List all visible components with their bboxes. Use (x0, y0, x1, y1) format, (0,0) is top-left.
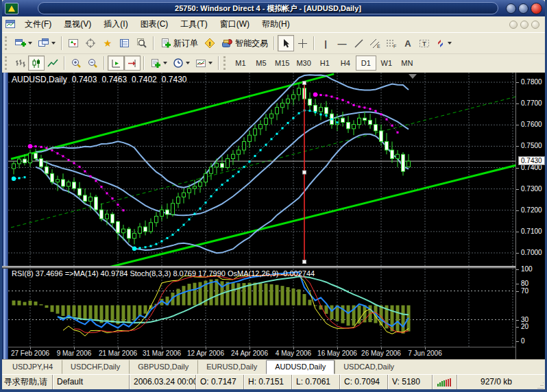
timeframe-button-D1[interactable]: D1 (356, 56, 376, 71)
chart-tab-EURUSD[interactable]: EURUSD,Daily (197, 360, 266, 374)
favorites-button[interactable]: ★ (99, 35, 116, 51)
templates-button[interactable] (193, 56, 215, 71)
menu-item-tools[interactable]: 工具(T) (174, 16, 213, 32)
market-watch-button[interactable] (65, 35, 82, 51)
indicator-pane[interactable]: RSI(8) 37.4696 =>MA(14) 40.9784 Stoch(8,… (8, 269, 515, 347)
timeframe-button-H4[interactable]: H4 (335, 56, 356, 71)
price-axis[interactable]: 0.78000.77000.76000.75000.74000.73000.72… (515, 73, 545, 359)
chart-shift-button[interactable] (124, 56, 141, 71)
timeframe-button-M30[interactable]: M30 (293, 56, 314, 71)
date-axis-label: 21 Mar 2006 (95, 350, 141, 357)
chart-tab-USDCAD[interactable]: USDCAD,Daily (335, 360, 403, 374)
mdi-restore-button[interactable] (520, 21, 528, 29)
date-axis-label: 24 Apr 2006 (227, 350, 272, 357)
resize-grip[interactable] (535, 375, 545, 390)
mdi-close-button[interactable] (531, 21, 539, 29)
bar-chart-button[interactable] (12, 56, 28, 71)
maximize-button[interactable] (518, 3, 528, 14)
chart-close-value: 0.7430 (162, 75, 187, 84)
date-axis-label: 12 Apr 2006 (183, 350, 228, 357)
indicator-axis-label: 30 (521, 316, 528, 323)
candlestick-button[interactable] (28, 56, 45, 71)
menu-item-insert[interactable]: 插入(I) (97, 16, 134, 32)
crosshair-button[interactable] (294, 35, 311, 51)
current-price-tag: 0.7430 (518, 156, 545, 165)
price-axis-tick (516, 146, 519, 147)
price-axis-tick (516, 168, 519, 169)
zoom-out-button[interactable] (84, 56, 101, 71)
vertical-line-button[interactable]: | (317, 35, 334, 51)
periods-button[interactable] (170, 56, 193, 71)
timeframe-button-M5[interactable]: M5 (251, 56, 271, 71)
auto-scroll-button[interactable] (108, 56, 124, 71)
toolbar-separator (313, 36, 315, 50)
toolbar-grip[interactable] (223, 56, 228, 70)
toolbar-separator (143, 56, 145, 70)
timeframe-button-W1[interactable]: W1 (376, 56, 397, 71)
new-chart-button[interactable] (12, 35, 35, 51)
new-order-button[interactable]: 新订单 (157, 35, 201, 51)
timeframe-button-M1[interactable]: M1 (230, 56, 251, 71)
indicators-button[interactable] (147, 56, 170, 71)
menu-item-view[interactable]: 显视(V) (58, 16, 97, 32)
trendline-button[interactable] (350, 35, 367, 51)
chart-window-icon[interactable] (5, 19, 16, 29)
chart-tab-USDJPY[interactable]: USDJPY,H4 (3, 360, 62, 374)
chart-high-value: 0.7463 (101, 75, 127, 84)
time-axis[interactable]: 27 Feb 20069 Mar 200621 Mar 200631 Mar 2… (8, 347, 515, 359)
close-button[interactable] (531, 3, 542, 14)
indicators-icon (150, 58, 161, 69)
date-axis-label: 7 Jun 2006 (402, 350, 448, 357)
line-chart-icon (47, 58, 58, 69)
price-chart[interactable] (8, 73, 515, 266)
alert-icon: ! (204, 38, 216, 49)
title-bar[interactable]: 25750: Windsor Direct 4 - 模拟帐户 - [AUDUSD… (2, 0, 545, 16)
channel-lower-line (109, 164, 515, 266)
navigator-button[interactable] (82, 35, 99, 51)
channel-button[interactable]: E (367, 35, 383, 51)
chart-tab-AUDUSD[interactable]: AUDUSD,Daily (266, 360, 335, 374)
mdi-minimize-button[interactable] (509, 21, 518, 29)
vertical-line-object[interactable] (303, 82, 306, 264)
expert-advisors-button[interactable]: 智能交易 (219, 35, 271, 51)
charts-toolbar: M1M5M15M30H1H4D1W1MN (2, 54, 545, 73)
text-button[interactable]: A (400, 35, 416, 51)
cursor-button[interactable] (278, 35, 294, 51)
app-logo-icon (5, 3, 19, 14)
chart-tab-USDCHF[interactable]: USDCHF,Daily (62, 360, 129, 374)
menu-item-help[interactable]: 帮助(H) (256, 16, 296, 32)
date-axis-label: 26 May 2006 (358, 350, 404, 357)
history-center-button[interactable] (133, 35, 150, 51)
line-chart-button[interactable] (45, 56, 61, 71)
fibonacci-button[interactable]: F (383, 35, 400, 51)
menu-item-window[interactable]: 窗口(W) (214, 16, 256, 32)
timeframe-button-M15[interactable]: M15 (271, 56, 293, 71)
zoom-in-button[interactable] (68, 56, 84, 71)
menu-item-file[interactable]: 文件(F) (19, 16, 58, 32)
main-chart-pane[interactable]: AUDUSD,Daily 0.7403 0.7463 0.7402 0.7430 (8, 73, 515, 266)
menu-item-charts[interactable]: 图表(C) (134, 16, 175, 32)
template-icon (195, 58, 206, 69)
timeframe-button-H1[interactable]: H1 (315, 56, 335, 71)
toolbar-grip[interactable] (5, 36, 9, 50)
status-profile[interactable]: Default (52, 375, 129, 390)
zoom-in-icon (71, 58, 82, 69)
horizontal-line-button[interactable]: — (334, 35, 350, 51)
price-axis-tick (516, 125, 519, 125)
chart-region: AUDUSD,Daily 0.7403 0.7463 0.7402 0.7430… (2, 73, 545, 359)
profiles-button[interactable] (35, 35, 58, 51)
alerts-button[interactable]: ! (201, 35, 219, 51)
indicator-axis-tick (516, 284, 519, 284)
minimize-button[interactable] (506, 3, 516, 14)
timeframe-button-MN[interactable]: MN (397, 56, 417, 71)
status-bar-time: 2006.03.24 00:00 (129, 375, 195, 390)
text-label-button[interactable]: T (416, 35, 433, 51)
timeframe-toolbar: M1M5M15M30H1H4D1W1MN (230, 56, 417, 71)
chart-tab-GBPUSD[interactable]: GBPUSD,Daily (129, 360, 197, 374)
date-axis-tick (162, 347, 162, 350)
arrows-button[interactable] (433, 35, 454, 51)
data-window-button[interactable] (116, 35, 133, 51)
toolbar-grip[interactable] (5, 56, 9, 70)
date-axis-tick (337, 347, 338, 350)
indicator-chart[interactable] (8, 269, 515, 347)
